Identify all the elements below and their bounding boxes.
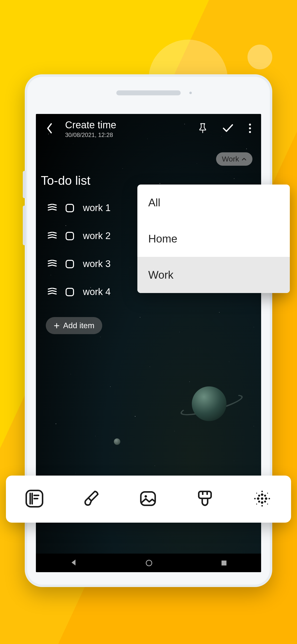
checkbox[interactable] bbox=[66, 232, 74, 240]
svg-rect-4 bbox=[141, 492, 155, 505]
drag-handle-icon[interactable] bbox=[48, 260, 57, 268]
svg-point-10 bbox=[257, 497, 259, 500]
checkmark-icon[interactable] bbox=[222, 123, 234, 134]
chevron-up-icon bbox=[242, 157, 247, 161]
svg-point-19 bbox=[269, 498, 270, 499]
add-item-label: Add item bbox=[63, 321, 94, 330]
todo-item-label: work 2 bbox=[83, 230, 111, 241]
svg-point-8 bbox=[261, 494, 263, 496]
more-icon[interactable] bbox=[249, 123, 251, 134]
svg-point-1 bbox=[249, 127, 251, 129]
svg-point-9 bbox=[261, 501, 263, 504]
checkbox[interactable] bbox=[66, 260, 74, 268]
camera bbox=[189, 92, 192, 94]
page-title: Create time bbox=[65, 120, 198, 130]
format-toolbar bbox=[6, 476, 291, 523]
add-item-button[interactable]: Add item bbox=[46, 317, 102, 334]
drag-handle-icon[interactable] bbox=[48, 232, 57, 240]
font-tool-icon[interactable] bbox=[25, 489, 44, 509]
svg-point-23 bbox=[267, 504, 268, 504]
svg-point-17 bbox=[261, 505, 263, 506]
back-button[interactable] bbox=[46, 122, 53, 135]
category-dropdown-button[interactable]: Work bbox=[216, 152, 253, 166]
category-selected-label: Work bbox=[222, 155, 239, 163]
dropdown-option-home[interactable]: Home bbox=[137, 221, 290, 257]
nav-home-button[interactable] bbox=[146, 560, 152, 566]
svg-rect-6 bbox=[199, 492, 211, 498]
earpiece bbox=[116, 90, 181, 95]
dropdown-option-all[interactable]: All bbox=[137, 184, 290, 221]
page-timestamp: 30/08/2021, 12:28 bbox=[65, 132, 198, 138]
svg-point-21 bbox=[267, 493, 268, 494]
svg-point-2 bbox=[249, 131, 251, 133]
volume-button bbox=[23, 206, 26, 245]
dropdown-option-work[interactable]: Work bbox=[137, 257, 290, 293]
decorative-circle bbox=[248, 44, 272, 69]
drag-handle-icon[interactable] bbox=[48, 204, 57, 212]
svg-point-12 bbox=[258, 495, 260, 496]
svg-point-18 bbox=[254, 498, 256, 499]
svg-point-0 bbox=[249, 124, 251, 126]
checkbox[interactable] bbox=[66, 204, 74, 212]
paint-tool-icon[interactable] bbox=[195, 489, 215, 509]
svg-point-7 bbox=[261, 497, 263, 500]
svg-point-15 bbox=[264, 500, 266, 502]
svg-point-20 bbox=[256, 493, 257, 494]
svg-point-5 bbox=[145, 495, 147, 498]
svg-point-14 bbox=[258, 500, 260, 502]
plus-icon bbox=[54, 323, 60, 329]
todo-item-label: work 3 bbox=[83, 258, 111, 269]
blur-tool-icon[interactable] bbox=[252, 488, 272, 510]
nav-back-button[interactable] bbox=[70, 559, 76, 567]
svg-point-16 bbox=[261, 491, 263, 492]
brush-tool-icon[interactable] bbox=[81, 489, 101, 509]
volume-button bbox=[23, 171, 26, 198]
todo-item-label: work 1 bbox=[83, 202, 111, 213]
category-dropdown-menu: All Home Work bbox=[137, 184, 290, 293]
svg-point-22 bbox=[256, 504, 257, 504]
checkbox[interactable] bbox=[66, 288, 74, 296]
svg-point-13 bbox=[264, 495, 266, 496]
image-tool-icon[interactable] bbox=[138, 489, 158, 509]
nav-recent-button[interactable] bbox=[222, 560, 227, 566]
android-nav-bar bbox=[36, 554, 261, 572]
pin-icon[interactable] bbox=[198, 123, 207, 134]
drag-handle-icon[interactable] bbox=[48, 288, 57, 296]
app-header: Create time 30/08/2021, 12:28 bbox=[36, 114, 261, 144]
planet-decoration bbox=[179, 379, 229, 428]
todo-item-label: work 4 bbox=[83, 286, 111, 297]
svg-point-11 bbox=[265, 497, 267, 500]
